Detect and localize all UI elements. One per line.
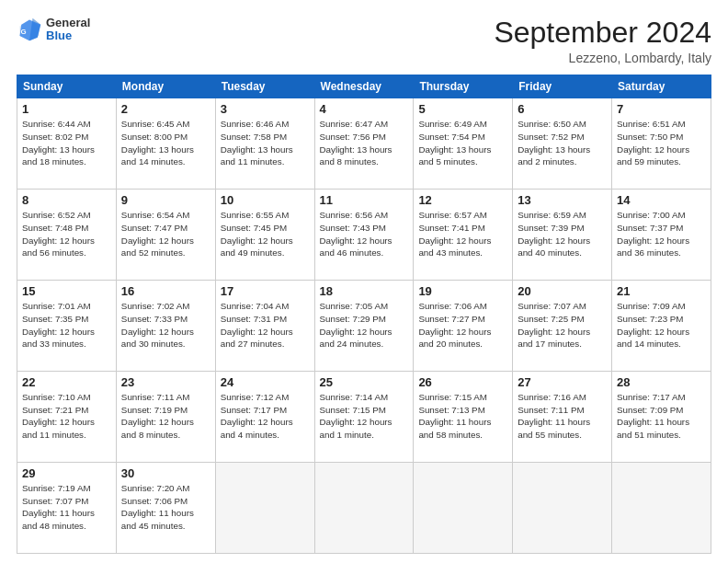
day-info: Sunrise: 7:20 AM Sunset: 7:06 PM Dayligh… [121, 482, 210, 533]
day-info: Sunrise: 6:55 AM Sunset: 7:45 PM Dayligh… [221, 209, 310, 259]
week-row-1: 1Sunrise: 6:44 AM Sunset: 8:02 PM Daylig… [17, 98, 711, 190]
logo: G General Blue [17, 17, 90, 43]
day-number: 27 [518, 375, 607, 389]
day-cell: 20Sunrise: 7:07 AM Sunset: 7:25 PM Dayli… [513, 281, 612, 372]
day-number: 11 [320, 193, 409, 207]
day-number: 25 [320, 375, 409, 389]
day-cell: 14Sunrise: 7:00 AM Sunset: 7:37 PM Dayli… [612, 190, 711, 281]
day-number: 19 [418, 284, 507, 298]
calendar-body: 1Sunrise: 6:44 AM Sunset: 8:02 PM Daylig… [17, 98, 711, 554]
day-info: Sunrise: 7:19 AM Sunset: 7:07 PM Dayligh… [22, 482, 111, 533]
day-cell: 12Sunrise: 6:57 AM Sunset: 7:41 PM Dayli… [414, 190, 513, 281]
day-number: 7 [617, 102, 706, 116]
day-info: Sunrise: 7:10 AM Sunset: 7:21 PM Dayligh… [22, 391, 111, 442]
day-info: Sunrise: 7:17 AM Sunset: 7:09 PM Dayligh… [617, 391, 706, 442]
col-wednesday: Wednesday [314, 75, 414, 98]
day-info: Sunrise: 6:46 AM Sunset: 7:58 PM Dayligh… [221, 118, 310, 168]
day-info: Sunrise: 6:49 AM Sunset: 7:54 PM Dayligh… [418, 118, 507, 168]
day-cell: 4Sunrise: 6:47 AM Sunset: 7:56 PM Daylig… [314, 98, 414, 190]
day-info: Sunrise: 7:01 AM Sunset: 7:35 PM Dayligh… [22, 300, 111, 350]
week-row-4: 22Sunrise: 7:10 AM Sunset: 7:21 PM Dayli… [17, 372, 711, 463]
day-cell: 10Sunrise: 6:55 AM Sunset: 7:45 PM Dayli… [215, 190, 314, 281]
day-number: 26 [418, 375, 507, 389]
day-number: 9 [121, 193, 210, 207]
day-cell: 15Sunrise: 7:01 AM Sunset: 7:35 PM Dayli… [17, 281, 117, 372]
day-cell: 3Sunrise: 6:46 AM Sunset: 7:58 PM Daylig… [215, 98, 314, 190]
day-number: 30 [121, 466, 210, 480]
day-cell: 9Sunrise: 6:54 AM Sunset: 7:47 PM Daylig… [116, 190, 215, 281]
day-info: Sunrise: 7:12 AM Sunset: 7:17 PM Dayligh… [221, 391, 310, 442]
day-info: Sunrise: 7:00 AM Sunset: 7:37 PM Dayligh… [617, 209, 706, 259]
day-cell [215, 463, 314, 554]
day-info: Sunrise: 7:04 AM Sunset: 7:31 PM Dayligh… [221, 300, 310, 350]
day-number: 17 [221, 284, 310, 298]
day-info: Sunrise: 6:45 AM Sunset: 8:00 PM Dayligh… [121, 118, 210, 168]
day-info: Sunrise: 6:59 AM Sunset: 7:39 PM Dayligh… [518, 209, 607, 259]
day-number: 13 [518, 193, 607, 207]
week-row-5: 29Sunrise: 7:19 AM Sunset: 7:07 PM Dayli… [17, 463, 711, 554]
day-number: 6 [518, 102, 607, 116]
day-info: Sunrise: 7:07 AM Sunset: 7:25 PM Dayligh… [518, 300, 607, 350]
day-info: Sunrise: 7:02 AM Sunset: 7:33 PM Dayligh… [121, 300, 210, 350]
location: Lezzeno, Lombardy, Italy [494, 51, 711, 65]
day-number: 29 [22, 466, 111, 480]
day-number: 24 [221, 375, 310, 389]
day-number: 28 [617, 375, 706, 389]
logo-icon: G [17, 17, 42, 42]
month-title: September 2024 [494, 17, 711, 49]
col-saturday: Saturday [612, 75, 711, 98]
day-cell: 16Sunrise: 7:02 AM Sunset: 7:33 PM Dayli… [116, 281, 215, 372]
day-cell: 28Sunrise: 7:17 AM Sunset: 7:09 PM Dayli… [612, 372, 711, 463]
day-cell [612, 463, 711, 554]
logo-blue: Blue [46, 29, 90, 42]
day-number: 15 [22, 284, 111, 298]
logo-general: General [46, 17, 90, 29]
day-cell [513, 463, 612, 554]
day-cell: 8Sunrise: 6:52 AM Sunset: 7:48 PM Daylig… [17, 190, 117, 281]
col-thursday: Thursday [414, 75, 513, 98]
day-cell: 26Sunrise: 7:15 AM Sunset: 7:13 PM Dayli… [414, 372, 513, 463]
day-cell: 7Sunrise: 6:51 AM Sunset: 7:50 PM Daylig… [612, 98, 711, 190]
day-info: Sunrise: 7:14 AM Sunset: 7:15 PM Dayligh… [320, 391, 409, 442]
week-row-3: 15Sunrise: 7:01 AM Sunset: 7:35 PM Dayli… [17, 281, 711, 372]
day-cell: 2Sunrise: 6:45 AM Sunset: 8:00 PM Daylig… [116, 98, 215, 190]
day-number: 16 [121, 284, 210, 298]
svg-text:G: G [20, 29, 26, 37]
day-info: Sunrise: 6:47 AM Sunset: 7:56 PM Dayligh… [320, 118, 409, 168]
day-cell: 22Sunrise: 7:10 AM Sunset: 7:21 PM Dayli… [17, 372, 117, 463]
col-monday: Monday [116, 75, 215, 98]
day-info: Sunrise: 6:57 AM Sunset: 7:41 PM Dayligh… [418, 209, 507, 259]
logo-text: General Blue [46, 17, 90, 43]
day-info: Sunrise: 7:15 AM Sunset: 7:13 PM Dayligh… [418, 391, 507, 442]
day-number: 21 [617, 284, 706, 298]
day-number: 4 [320, 102, 409, 116]
day-cell: 25Sunrise: 7:14 AM Sunset: 7:15 PM Dayli… [314, 372, 414, 463]
day-cell: 24Sunrise: 7:12 AM Sunset: 7:17 PM Dayli… [215, 372, 314, 463]
day-number: 12 [418, 193, 507, 207]
day-cell: 1Sunrise: 6:44 AM Sunset: 8:02 PM Daylig… [17, 98, 117, 190]
day-cell [314, 463, 414, 554]
day-cell: 21Sunrise: 7:09 AM Sunset: 7:23 PM Dayli… [612, 281, 711, 372]
day-info: Sunrise: 7:11 AM Sunset: 7:19 PM Dayligh… [121, 391, 210, 442]
day-cell: 13Sunrise: 6:59 AM Sunset: 7:39 PM Dayli… [513, 190, 612, 281]
day-number: 3 [221, 102, 310, 116]
day-cell: 23Sunrise: 7:11 AM Sunset: 7:19 PM Dayli… [116, 372, 215, 463]
day-number: 18 [320, 284, 409, 298]
day-number: 1 [22, 102, 111, 116]
calendar-table: Sunday Monday Tuesday Wednesday Thursday… [17, 75, 711, 554]
day-info: Sunrise: 6:44 AM Sunset: 8:02 PM Dayligh… [22, 118, 111, 168]
day-info: Sunrise: 7:16 AM Sunset: 7:11 PM Dayligh… [518, 391, 607, 442]
day-info: Sunrise: 6:56 AM Sunset: 7:43 PM Dayligh… [320, 209, 409, 259]
day-number: 5 [418, 102, 507, 116]
calendar-header: Sunday Monday Tuesday Wednesday Thursday… [17, 75, 711, 98]
day-number: 22 [22, 375, 111, 389]
day-info: Sunrise: 7:09 AM Sunset: 7:23 PM Dayligh… [617, 300, 706, 350]
col-tuesday: Tuesday [215, 75, 314, 98]
day-cell: 17Sunrise: 7:04 AM Sunset: 7:31 PM Dayli… [215, 281, 314, 372]
day-info: Sunrise: 6:51 AM Sunset: 7:50 PM Dayligh… [617, 118, 706, 168]
day-number: 2 [121, 102, 210, 116]
col-sunday: Sunday [17, 75, 117, 98]
day-info: Sunrise: 6:50 AM Sunset: 7:52 PM Dayligh… [518, 118, 607, 168]
col-friday: Friday [513, 75, 612, 98]
title-block: September 2024 Lezzeno, Lombardy, Italy [494, 17, 711, 65]
